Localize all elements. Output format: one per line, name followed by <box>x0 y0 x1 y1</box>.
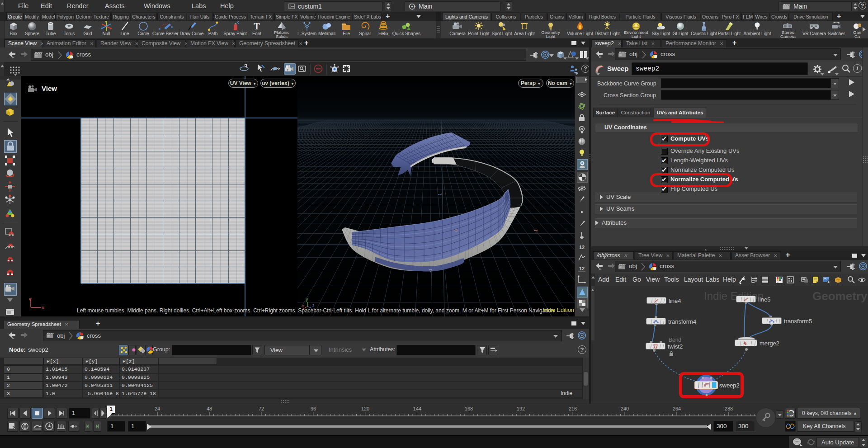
svg-text:24: 24 <box>155 406 160 411</box>
svg-text:240: 240 <box>621 406 629 411</box>
svg-text:B: B <box>24 424 26 429</box>
svg-text:264: 264 <box>673 406 681 411</box>
svg-text:288: 288 <box>725 406 733 411</box>
svg-text:72: 72 <box>259 406 264 411</box>
svg-text:u: u <box>42 305 44 310</box>
svg-text:y: y <box>306 297 308 302</box>
svg-text:z: z <box>312 303 315 307</box>
svg-text:144: 144 <box>413 406 421 411</box>
svg-text:-1: -1 <box>533 229 538 233</box>
svg-text:48: 48 <box>207 406 212 411</box>
svg-text:-1: -1 <box>428 268 433 273</box>
svg-text:96: 96 <box>311 406 316 411</box>
svg-text:192: 192 <box>517 406 525 411</box>
svg-text:120: 120 <box>361 406 369 411</box>
svg-text:216: 216 <box>569 406 577 411</box>
svg-text:12: 12 <box>579 266 585 271</box>
svg-text:v: v <box>29 297 32 302</box>
svg-text:12: 12 <box>579 245 585 250</box>
svg-text:P: P <box>287 69 288 71</box>
svg-text:168: 168 <box>465 406 473 411</box>
svg-text:T: T <box>254 21 260 31</box>
